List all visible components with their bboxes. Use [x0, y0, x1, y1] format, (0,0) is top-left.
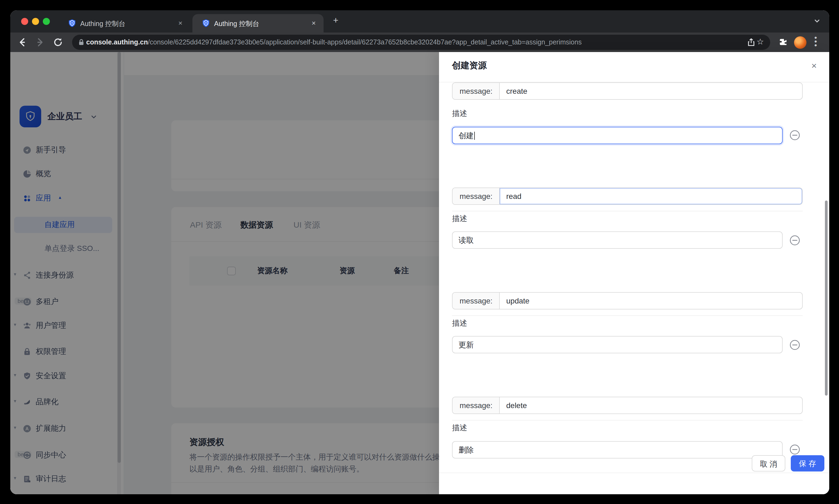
tab-search-chevron-icon[interactable] [813, 17, 820, 24]
message-input-group: message: read [452, 187, 803, 204]
authing-favicon [202, 19, 210, 28]
browser-tabstrip: Authing 控制台 × Authing 控制台 × + [10, 10, 829, 33]
desc-label: 描述 [452, 318, 467, 328]
forward-icon[interactable] [34, 36, 46, 48]
traffic-close-button[interactable] [21, 18, 28, 25]
remove-action-icon[interactable] [790, 235, 800, 245]
message-input-group: message: create [452, 83, 803, 100]
authing-favicon [68, 19, 76, 28]
save-button[interactable]: 保 存 [791, 455, 824, 471]
message-value-input[interactable]: create [500, 83, 802, 99]
remove-action-icon[interactable] [790, 130, 800, 140]
group-divider [452, 316, 803, 316]
tab-title: Authing 控制台 [80, 19, 167, 29]
screenshot-stage: Authing 控制台 × Authing 控制台 × + [0, 0, 839, 504]
reload-icon[interactable] [52, 36, 64, 48]
bookmark-star-icon[interactable]: ☆ [756, 37, 764, 47]
remove-action-icon[interactable] [790, 444, 800, 455]
message-value-input[interactable]: update [500, 292, 802, 309]
remove-action-icon[interactable] [790, 340, 800, 350]
message-value-input[interactable]: read [500, 188, 802, 204]
extensions-puzzle-icon[interactable] [779, 38, 787, 47]
drawer-footer: 取 消 保 存 [439, 472, 829, 494]
message-prefix-label: message: [452, 83, 500, 99]
new-tab-button[interactable]: + [333, 16, 338, 25]
desc-label: 描述 [452, 214, 467, 223]
message-prefix-label: message: [452, 292, 500, 309]
desc-label: 描述 [452, 423, 467, 433]
tab-title: Authing 控制台 [214, 19, 296, 29]
drawer-title: 创建资源 [452, 60, 487, 72]
browser-tab-2-active[interactable]: Authing 控制台 × [192, 14, 324, 33]
browser-toolbar: console.authing.cn/console/6225dd4297dfd… [10, 33, 829, 52]
desc-input[interactable]: 删除 [452, 441, 783, 458]
message-input-group: message: delete [452, 397, 803, 414]
profile-avatar[interactable] [794, 36, 806, 49]
url-domain: console.authing.cn [86, 38, 148, 46]
desc-input[interactable]: 更新 [452, 336, 783, 353]
tab-close-icon[interactable]: × [178, 19, 182, 28]
url-text: console.authing.cn/console/6225dd4297dfd… [86, 38, 753, 46]
drawer-scrollbar-thumb[interactable] [825, 200, 827, 396]
cancel-button[interactable]: 取 消 [752, 455, 785, 471]
drawer-close-icon[interactable]: × [809, 61, 820, 72]
message-value-input[interactable]: delete [500, 397, 802, 414]
back-icon[interactable] [16, 36, 28, 48]
message-input-group: message: update [452, 292, 803, 309]
text-cursor [474, 131, 475, 140]
browser-tab-1[interactable]: Authing 控制台 × [61, 14, 190, 33]
kebab-menu-icon[interactable]: ••• [814, 36, 817, 47]
url-path: /console/6225dd4297dfdae373e3b0e5/applic… [148, 38, 582, 46]
desc-label: 描述 [452, 109, 467, 119]
message-prefix-label: message: [452, 188, 500, 204]
desc-input[interactable]: 创建 [452, 127, 783, 144]
traffic-minimize-button[interactable] [32, 18, 39, 25]
url-bar[interactable]: console.authing.cn/console/6225dd4297dfd… [72, 35, 770, 50]
share-icon[interactable] [747, 38, 755, 47]
desc-input[interactable]: 读取 [452, 231, 783, 249]
lock-icon [77, 38, 85, 46]
traffic-zoom-button[interactable] [42, 18, 50, 25]
create-resource-drawer: 创建资源 × message: create 描述 创建 [439, 52, 829, 494]
tab-close-icon[interactable]: × [311, 19, 316, 28]
message-prefix-label: message: [452, 397, 500, 414]
group-divider [452, 211, 803, 211]
page-content: 企业员工 新手引导 概览 应用 ▴ 自建应用 [10, 52, 829, 494]
group-divider [452, 420, 803, 420]
browser-window: Authing 控制台 × Authing 控制台 × + [10, 10, 829, 494]
drawer-mask[interactable] [10, 52, 439, 494]
